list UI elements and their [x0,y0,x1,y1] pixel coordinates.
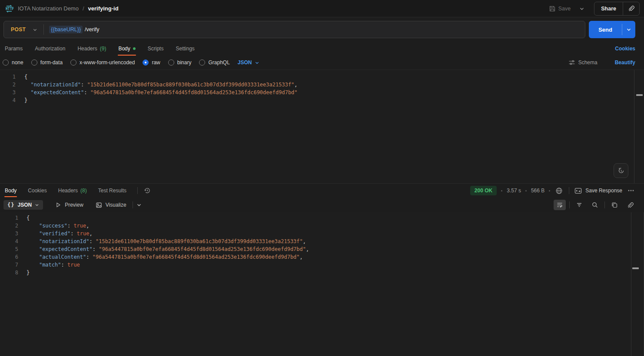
toolbar-divider [133,201,133,208]
response-tab-headers-count: (8) [80,188,87,194]
network-info-button[interactable] [554,186,564,195]
code-line[interactable]: 5 "expectedContent": "96a5447815a0bf0e7e… [0,245,644,253]
send-options-chevron[interactable] [622,21,635,38]
response-link-button[interactable] [624,200,636,210]
code-line[interactable]: 3 "expectedContent": "96a5447815a0bf0e7e… [0,89,644,96]
meta-dot [525,190,527,191]
radio-icon [31,59,37,66]
line-content: } [16,96,27,104]
beautify-button[interactable]: Beautify [615,59,635,66]
tab-params[interactable]: Params [4,42,23,56]
body-mode-graphql[interactable]: GraphQL [199,59,229,66]
response-meta: 200 OK 3.57 s 566 B Save Response [470,186,635,195]
response-history-button[interactable] [143,186,152,195]
more-actions-button[interactable] [627,186,635,195]
copy-response-button[interactable] [608,200,621,210]
code-line[interactable]: 3 "verified": true, [0,230,644,237]
line-content: "actualContent": "96a5447815a0bf0e7efa66… [18,253,303,261]
response-tab-test-results-label: Test Results [98,188,126,194]
body-mode-urlencoded-label: x-www-form-urlencoded [80,59,135,66]
visualize-button[interactable]: Visualize [96,202,126,208]
save-icon [549,5,556,12]
response-tab-headers[interactable]: Headers (8) [58,184,87,197]
method-label: POST [11,26,26,33]
code-line[interactable]: 1{ [0,214,644,222]
schema-button[interactable]: Schema [568,59,598,66]
url-input[interactable]: {{baseURL}} /verify [44,26,104,33]
save-response-button[interactable]: Save Response [574,188,622,194]
line-content: "expectedContent": "96a5447815a0bf0e7efa… [16,89,298,96]
save-button[interactable]: Save [545,3,574,14]
tab-settings[interactable]: Settings [175,42,195,56]
code-line[interactable]: 7 "match": true [0,261,644,269]
response-toolbar-right [554,200,636,210]
tab-authorization[interactable]: Authorization [34,42,66,56]
code-line[interactable]: 1{ [0,73,644,81]
request-editor-scrollbar[interactable] [634,70,644,183]
code-line[interactable]: 4 "notarizationId": "15b21de61100e7b80df… [0,237,644,245]
line-number: 6 [0,253,18,261]
send-button-label: Send [598,26,612,33]
response-tab-body[interactable]: Body [4,184,17,197]
save-response-label: Save Response [585,188,622,194]
status-badge[interactable]: 200 OK [470,186,497,195]
body-mode-form-data-label: form-data [40,59,63,66]
sliders-icon [568,59,575,66]
share-button-label: Share [601,6,616,12]
filter-icon [576,201,583,208]
cookies-link[interactable]: Cookies [615,46,635,52]
line-number: 1 [0,214,18,222]
save-response-icon [574,188,582,194]
body-mode-raw[interactable]: raw [143,59,160,66]
tab-headers[interactable]: Headers (9) [77,42,106,56]
copy-icon [611,201,618,208]
breadcrumb-request-name[interactable]: verifying-id [88,5,119,12]
tab-scripts[interactable]: Scripts [147,42,164,56]
body-mode-none[interactable]: none [3,59,23,66]
response-body-viewer[interactable]: 1{2 "success": true,3 "verified": true,4… [0,212,644,356]
line-number: 7 [0,261,18,269]
body-mode-form-data[interactable]: form-data [31,59,63,66]
radio-icon [199,59,205,66]
filter-button[interactable] [573,200,585,210]
tab-body[interactable]: Body [118,42,136,56]
copy-link-button[interactable] [623,2,639,15]
line-number: 2 [0,81,16,89]
response-size[interactable]: 566 B [531,188,544,194]
wrap-text-button[interactable] [554,200,566,210]
send-button[interactable]: Send [589,21,622,38]
code-line[interactable]: 2 "success": true, [0,222,644,230]
code-line[interactable]: 4} [0,96,644,104]
tab-headers-count: (9) [100,46,106,52]
share-button[interactable]: Share [594,2,623,15]
radio-icon [70,59,76,66]
code-line[interactable]: 8} [0,269,644,277]
response-tab-cookies[interactable]: Cookies [27,184,47,197]
request-body-editor[interactable]: 1{2 "notarizationId": "15b21de61100e7b80… [0,69,644,183]
scrollbar-marker [636,94,643,96]
response-scrollbar[interactable] [631,212,644,356]
code-line[interactable]: 6 "actualContent": "96a5447815a0bf0e7efa… [0,253,644,261]
preview-button[interactable]: Preview [55,202,83,208]
save-options-chevron[interactable] [577,3,587,14]
response-tab-test-results[interactable]: Test Results [98,184,127,197]
url-environment-variable[interactable]: {{baseURL}} [49,26,83,33]
line-content: "notarizationId": "15b21de61100e7b80df85… [16,81,298,89]
code-line[interactable]: 2 "notarizationId": "15b21de61100e7b80df… [0,81,644,89]
response-time[interactable]: 3.57 s [507,188,521,194]
response-format-dropdown[interactable]: {} JSON [3,200,43,210]
paperclip-icon [627,202,634,208]
radio-selected-icon [143,59,149,66]
line-content: { [16,73,27,81]
svg-text:HTTP: HTTP [6,7,13,11]
scrollbar-marker [632,267,639,269]
more-views-chevron[interactable] [136,201,143,208]
body-mode-urlencoded[interactable]: x-www-form-urlencoded [70,59,135,66]
search-button[interactable] [589,200,601,210]
body-mode-binary[interactable]: binary [168,59,192,66]
raw-language-dropdown[interactable]: JSON [238,59,259,66]
method-dropdown[interactable]: POST [4,21,43,38]
breadcrumb-collection[interactable]: IOTA Notarization Demo [18,5,79,12]
ai-assistant-button[interactable] [614,163,628,178]
line-content: "notarizationId": "15b21de61100e7b80df85… [18,237,306,245]
